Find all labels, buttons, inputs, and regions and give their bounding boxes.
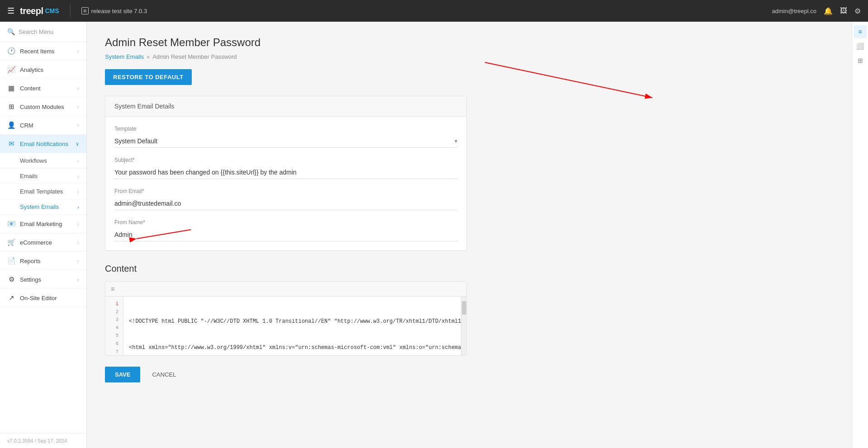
chevron-right-icon: › — [77, 189, 79, 194]
email-icon: ✉ — [7, 140, 15, 148]
right-panel: ≡ ⬜ ⊞ — [852, 22, 868, 448]
line-number-1: 1 — [110, 300, 119, 308]
sidebar-item-content[interactable]: ▦ Content › — [0, 79, 86, 98]
hamburger-icon[interactable]: ☰ — [7, 6, 14, 16]
cursor-icon: ↗ — [7, 294, 15, 302]
from-email-field: From Email* — [114, 188, 457, 210]
sidebar-item-analytics[interactable]: 📈 Analytics — [0, 61, 86, 79]
gear-icon: ⚙ — [7, 275, 15, 283]
logo: treeplCMS — [20, 6, 59, 16]
chevron-right-icon: › — [77, 277, 79, 282]
emails-label: Emails — [20, 173, 38, 179]
topbar-divider — [70, 5, 71, 17]
site-icon: ⊞ — [81, 7, 89, 14]
sidebar-item-recent-items[interactable]: 🕐 Recent Items › — [0, 42, 86, 61]
sidebar-item-reports[interactable]: 📄 Reports › — [0, 252, 86, 270]
breadcrumb-current: Admin Reset Member Password — [152, 53, 237, 60]
action-buttons: SAVE CANCEL — [105, 367, 467, 382]
email-notifications-label: Email Notifications — [20, 141, 71, 147]
image-icon[interactable]: 🖼 — [840, 7, 847, 15]
chevron-right-icon: › — [77, 258, 79, 264]
line-number-3: 3 — [110, 316, 119, 324]
content-section-title: Content — [105, 264, 467, 274]
line-number-5: 5 — [110, 332, 119, 340]
breadcrumb-parent-link[interactable]: System Emails — [105, 53, 144, 60]
right-panel-grid-icon[interactable]: ⊞ — [854, 54, 867, 67]
line-number-7: 7 — [110, 348, 119, 355]
sidebar-item-crm[interactable]: 👤 CRM › — [0, 116, 86, 135]
subject-label: Subject* — [114, 157, 457, 163]
notification-icon[interactable]: 🔔 — [824, 7, 833, 15]
code-line-numbers: 1 2 3 4 5 6 7 — [105, 297, 123, 355]
save-button[interactable]: SAVE — [105, 367, 140, 382]
page-title: Admin Reset Member Password — [105, 36, 834, 49]
code-editor-body: 1 2 3 4 5 6 7 <!DOCTYPE html PUBLIC "-//… — [105, 297, 466, 355]
chevron-right-icon: › — [77, 221, 79, 226]
chevron-right-icon: › — [77, 174, 79, 179]
reports-icon: 📄 — [7, 257, 15, 265]
analytics-label: Analytics — [20, 66, 79, 73]
code-editor[interactable]: ≡ 1 2 3 4 5 6 7 <!DOCTYPE html PUBLIC "-… — [105, 281, 467, 356]
subject-input[interactable] — [114, 166, 457, 179]
crm-icon: 👤 — [7, 121, 15, 129]
recent-items-label: Recent Items — [20, 48, 73, 55]
user-email: admin@treepl.co — [772, 8, 816, 14]
logo-text: treepl — [20, 6, 43, 16]
code-scrollbar-thumb — [462, 301, 466, 315]
content-label: Content — [20, 85, 73, 92]
right-panel-list-icon[interactable]: ≡ — [854, 25, 867, 38]
restore-to-default-button[interactable]: RESTORE TO DEFAULT — [105, 69, 192, 85]
custom-modules-label: Custom Modules — [20, 104, 73, 110]
chevron-right-icon: › — [77, 204, 79, 210]
breadcrumb-separator: » — [147, 53, 150, 60]
ecommerce-label: eCommerce — [20, 239, 73, 246]
crm-label: CRM — [20, 122, 73, 129]
dropdown-arrow-icon: ▾ — [455, 138, 457, 144]
cancel-button[interactable]: CANCEL — [146, 367, 182, 382]
sidebar-item-on-site-editor[interactable]: ↗ On-Site Editor — [0, 289, 86, 307]
from-email-input[interactable] — [114, 197, 457, 210]
settings-icon[interactable]: ⚙ — [854, 7, 861, 15]
clock-icon: 🕐 — [7, 47, 15, 55]
site-indicator: ⊞ release test site 7.0.3 — [81, 7, 147, 14]
subject-field: Subject* — [114, 157, 457, 179]
template-select[interactable]: System Default ▾ — [114, 135, 457, 148]
reports-label: Reports — [20, 258, 73, 264]
sidebar: 🔍 Search Menu 🕐 Recent Items › 📈 Analyti… — [0, 22, 87, 448]
custom-modules-icon: ⊞ — [7, 103, 15, 111]
template-value: System Default — [114, 137, 157, 145]
system-emails-label: System Emails — [20, 203, 59, 210]
logo-cms: CMS — [45, 7, 59, 14]
code-scrollbar[interactable] — [461, 297, 466, 355]
sidebar-item-custom-modules[interactable]: ⊞ Custom Modules › — [0, 98, 86, 116]
search-menu-label: Search Menu — [19, 28, 53, 35]
svg-line-0 — [485, 62, 652, 98]
sidebar-item-system-emails[interactable]: System Emails › — [0, 199, 86, 215]
template-field: Template System Default ▾ — [114, 126, 457, 148]
sidebar-item-workflows[interactable]: Workflows › — [0, 153, 86, 169]
sidebar-item-ecommerce[interactable]: 🛒 eCommerce › — [0, 233, 86, 252]
on-site-editor-label: On-Site Editor — [20, 295, 79, 302]
sidebar-item-settings[interactable]: ⚙ Settings › — [0, 270, 86, 289]
chevron-down-icon: ∨ — [76, 141, 79, 147]
chevron-right-icon: › — [77, 123, 79, 128]
sidebar-item-emails[interactable]: Emails › — [0, 169, 86, 184]
topbar: ☰ treeplCMS ⊞ release test site 7.0.3 ad… — [0, 0, 868, 22]
code-line-2: <html xmlns="http://www.w3.org/1999/xhtm… — [129, 344, 455, 352]
form-card-header: System Email Details — [105, 96, 466, 117]
from-name-label: From Name* — [114, 219, 457, 226]
sidebar-item-email-marketing[interactable]: 📧 Email Marketing › — [0, 215, 86, 233]
from-email-label: From Email* — [114, 188, 457, 194]
code-content[interactable]: <!DOCTYPE html PUBLIC "-//W3C//DTD XHTML… — [123, 297, 461, 355]
sidebar-item-email-templates[interactable]: Email Templates › — [0, 184, 86, 199]
site-name: release test site 7.0.3 — [91, 8, 147, 14]
sidebar-search[interactable]: 🔍 Search Menu — [0, 22, 86, 42]
chevron-right-icon: › — [77, 240, 79, 245]
sidebar-item-email-notifications[interactable]: ✉ Email Notifications ∨ — [0, 135, 86, 153]
content-section: Content ≡ 1 2 3 4 5 6 7 <! — [105, 264, 467, 382]
right-panel-page-icon[interactable]: ⬜ — [854, 40, 867, 52]
email-templates-label: Email Templates — [20, 188, 63, 195]
from-name-input[interactable] — [114, 228, 457, 241]
chevron-right-icon: › — [77, 85, 79, 91]
toolbar-menu-icon[interactable]: ≡ — [111, 285, 114, 292]
